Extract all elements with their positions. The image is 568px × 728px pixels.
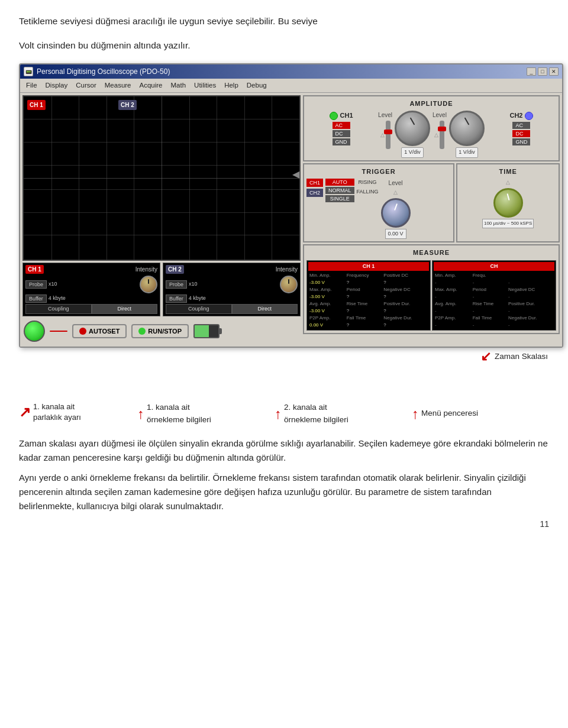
ch2-intensity-knob[interactable]	[280, 276, 298, 293]
col2-avg-amp: Avg. Amp.	[434, 300, 472, 308]
ann1-text: 1. kanala ait örnekleme bilgileri	[147, 402, 211, 426]
screen-right-arrow: ◀	[292, 167, 299, 182]
col2-rise-time: Rise Time	[472, 300, 507, 308]
col-avg-amp: Avg. Amp.	[308, 300, 346, 308]
ch1-ac-button[interactable]: AC	[333, 122, 350, 129]
menu-file[interactable]: File	[22, 80, 41, 91]
menu-acquire[interactable]: Acquire	[136, 80, 166, 91]
ch2-panel-label: CH 2	[166, 265, 184, 274]
ch2-ac-button[interactable]: AC	[512, 122, 530, 129]
ch2-intensity-label: Intensity	[276, 265, 298, 274]
trig-level-knob[interactable]	[381, 198, 411, 228]
ann3-col: ↑ Menü penceresi	[412, 402, 549, 426]
ch2-level-slider[interactable]	[440, 121, 444, 149]
green-round-button[interactable]	[24, 321, 45, 342]
ch1-gnd-button[interactable]: GND	[333, 138, 350, 145]
ch2-direct-label: Direct	[232, 304, 298, 315]
screen-ch2-label: CH 2	[118, 100, 137, 110]
trig-slope-col: RISING FALLING	[357, 179, 379, 196]
ch1-probe-button[interactable]: Probe	[25, 280, 47, 289]
ch2-buffer-button[interactable]: Buffer	[166, 295, 187, 303]
trig-ch1-button[interactable]: CH1	[306, 179, 323, 187]
trig-normal-button[interactable]: NORMAL	[325, 187, 354, 194]
trig-level-col: Level △ 0.00 V	[381, 179, 411, 239]
col2-neg-dur: Negative Dur.	[507, 315, 554, 322]
ch1-freq: ?	[346, 279, 383, 286]
trig-rising-label: RISING	[359, 179, 377, 187]
trig-ch2-button[interactable]: CH2	[306, 189, 323, 197]
runstop-dot	[138, 328, 146, 335]
amplitude-inner: CH1 AC DC GND Level △	[306, 111, 556, 158]
menu-measure[interactable]: Measure	[101, 80, 135, 91]
autoset-button[interactable]: AUTOSET	[72, 324, 127, 338]
time-triangle: △	[506, 179, 510, 187]
window-title: Personal Digitising Oscilloscope (PDO-50…	[37, 66, 170, 77]
brightness-annotation-col: ↗ 1. kanala ait parlaklık ayarı	[19, 402, 137, 426]
ch2-neg-dur: -	[507, 322, 554, 329]
ch2-amplitude-knob[interactable]	[449, 111, 485, 146]
ch2-indicator	[525, 112, 533, 120]
ch1-probe-val: x10	[49, 280, 57, 289]
ch2-dc-button[interactable]: DC	[512, 130, 530, 137]
col2-freq: Frequ.	[472, 272, 507, 279]
ch2-col3-1: -	[507, 279, 554, 286]
ch2-probe-button[interactable]: Probe	[166, 280, 187, 289]
ch1-fall-time: ?	[346, 322, 383, 329]
channel-info-row: CH 1 Intensity Probe x10 Buffer 4 kbyte	[22, 263, 301, 317]
ch1-vdiv-label: 1 V/div	[401, 147, 424, 158]
titlebar-buttons: _ □ ✕	[527, 67, 559, 76]
ch1-intensity-knob[interactable]	[140, 276, 157, 293]
ch1-info-panel: CH 1 Intensity Probe x10 Buffer 4 kbyte	[22, 263, 160, 317]
autoset-dot	[79, 328, 86, 335]
controls-area: AMPLITUDE CH1 AC DC GND	[303, 95, 560, 345]
ch1-switches: AC DC GND	[333, 122, 350, 145]
close-button[interactable]: ✕	[549, 67, 559, 76]
zaman-annotation-area: ↙ Zaman Skalası	[19, 347, 548, 366]
ch2-buffer-row: Buffer 4 kbyte	[166, 295, 298, 303]
menu-display[interactable]: Display	[42, 80, 72, 91]
brightness-annotation: ↗ 1. kanala ait parlaklık ayarı	[19, 402, 81, 423]
measure-ch1-table: Min. Amp. Frequency Positive DC -3.00 V …	[308, 272, 429, 329]
ch1-amplitude-knob[interactable]	[395, 111, 430, 146]
menu-help[interactable]: Help	[221, 80, 242, 91]
ch1-panel-header: CH 1 Intensity	[25, 265, 157, 274]
col2-p2p-amp: P2P Amp.	[434, 315, 472, 322]
ch1-level-slider[interactable]	[386, 121, 390, 149]
menu-math[interactable]: Math	[167, 80, 190, 91]
time-knob[interactable]	[493, 188, 523, 218]
col-pos-dur: Positive Dur.	[382, 300, 429, 308]
screen-grid	[24, 96, 299, 260]
ch1-direct-label: Direct	[92, 304, 158, 315]
ann3-arrow-icon: ↑	[412, 403, 419, 425]
menu-utilities[interactable]: Utilities	[191, 80, 220, 91]
table-row: - - -	[434, 293, 554, 300]
table-row: P2P Amp. Fall Time Negative Dur.	[308, 315, 429, 322]
amp-ch2-label: CH2	[509, 111, 522, 121]
ch1-coupling-row: Coupling Direct	[25, 304, 157, 315]
trig-single-button[interactable]: SINGLE	[325, 195, 354, 202]
ch1-dc-button[interactable]: DC	[333, 130, 350, 137]
trig-level-triangle: △	[393, 189, 398, 197]
ch2-probe-row: Probe x10	[166, 276, 298, 293]
ch1-buffer-button[interactable]: Buffer	[25, 295, 47, 303]
ch1-probe-row: Probe x10	[25, 276, 157, 293]
menu-debug[interactable]: Debug	[243, 80, 270, 91]
ch1-period: ?	[346, 293, 383, 300]
body-paragraph-1: Zaman skalası ayarı düğmesi ile ölçülen …	[19, 436, 549, 465]
table-row: Max. Amp. Period Negative DC	[308, 286, 429, 293]
ch2-info-panel: CH 2 Intensity Probe x10 Buffer 4 kbyte	[163, 263, 301, 317]
screen-area: CH 1 CH 2 ◀ CH 1 Intensity Probe	[22, 95, 301, 345]
ch2-level-triangle: △	[434, 131, 438, 140]
ann1-arrow-icon: ↑	[137, 403, 144, 425]
ch2-p2p-amp: -	[434, 322, 472, 329]
ch1-pos-dc: ?	[382, 279, 429, 286]
ch2-knob-area: 1 V/div	[449, 111, 485, 158]
table-row: 0.00 V ? ?	[308, 322, 429, 329]
trig-auto-button[interactable]: AUTO	[325, 179, 354, 186]
ch2-gnd-button[interactable]: GND	[512, 138, 530, 145]
minimize-button[interactable]: _	[527, 67, 536, 76]
menu-cursor[interactable]: Cursor	[72, 80, 100, 91]
runstop-button[interactable]: RUN/STOP	[131, 324, 189, 338]
brightness-line1: 1. kanala ait	[33, 402, 75, 411]
maximize-button[interactable]: □	[538, 67, 547, 76]
